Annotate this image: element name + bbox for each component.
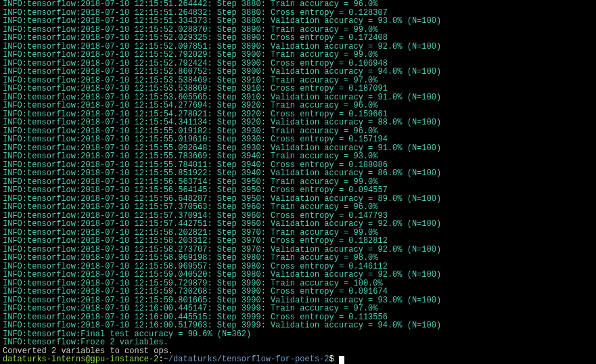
log-line: INFO:tensorflow:2018-07-10 12:15:58.9691… [3,254,593,263]
log-line: INFO:tensorflow:2018-07-10 12:15:55.7836… [3,152,593,161]
log-line: INFO:tensorflow:2018-07-10 12:15:51.3343… [3,17,593,26]
log-line: INFO:tensorflow:2018-07-10 12:15:59.7302… [3,288,593,296]
log-line: INFO:tensorflow:2018-07-10 12:15:52.0293… [3,34,593,43]
log-line: INFO:tensorflow:2018-07-10 12:15:59.0405… [3,271,593,279]
prompt-dollar: $ [329,355,338,364]
prompt-path: ~/dataturks/tensorflow-for-poets-2 [164,355,329,364]
shell-prompt[interactable]: dataturks-interns@gpu-instance-2:~/datat… [3,355,593,364]
log-line: INFO:tensorflow:2018-07-10 12:15:55.8519… [3,169,593,178]
prompt-user-host: dataturks-interns@gpu-instance-2 [3,355,158,364]
log-line: INFO:tensorflow:2018-07-10 12:16:00.5179… [3,321,593,330]
log-line: INFO:tensorflow:2018-07-10 12:15:55.0196… [3,135,593,144]
log-line: INFO:tensorflow:2018-07-10 12:16:00.4451… [3,304,593,313]
log-line: INFO:tensorflow:2018-07-10 12:15:57.3705… [3,203,593,212]
log-line: INFO:tensorflow:2018-07-10 12:15:52.7920… [3,51,593,60]
cursor-icon [339,356,344,364]
terminal-output: INFO:tensorflow:2018-07-10 12:15:51.2644… [3,0,593,355]
log-line: INFO:tensorflow:2018-07-10 12:15:54.2776… [3,101,593,110]
log-line: INFO:tensorflow:2018-07-10 12:15:57.4427… [3,220,593,229]
log-line: INFO:tensorflow:2018-07-10 12:15:51.2644… [3,0,593,9]
log-line: INFO:tensorflow:2018-07-10 12:15:54.3411… [3,118,593,127]
log-line: INFO:tensorflow:2018-07-10 12:15:58.2033… [3,237,593,246]
prompt-colon: : [158,355,163,364]
log-line: INFO:tensorflow:2018-07-10 12:15:56.5641… [3,186,593,195]
log-line: INFO:tensorflow:2018-07-10 12:15:53.5388… [3,85,593,93]
log-line: INFO:tensorflow:Froze 2 variables. [3,338,593,347]
log-line: INFO:tensorflow:2018-07-10 12:15:52.8607… [3,68,593,76]
